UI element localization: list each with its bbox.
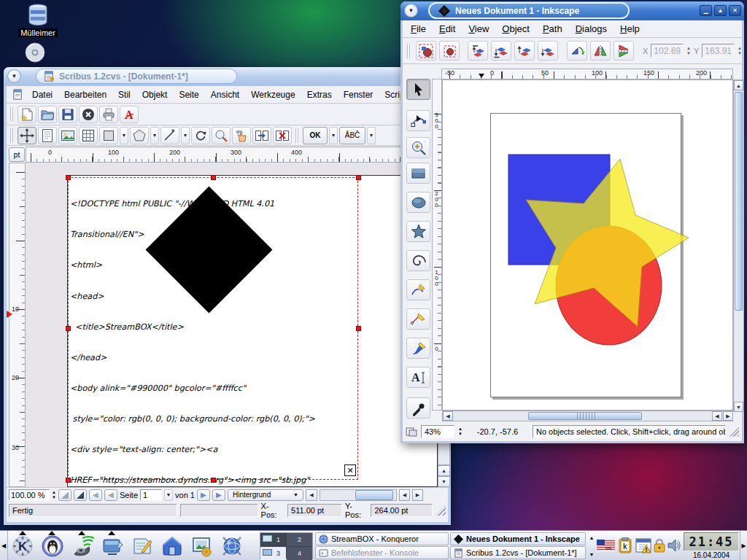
- zoom-input[interactable]: 100.00 %: [9, 489, 50, 501]
- dropper-tool[interactable]: [406, 397, 430, 419]
- ok-style-dropdown[interactable]: ▼: [329, 127, 338, 144]
- scribus-horizontal-ruler[interactable]: 0 100 200 300 400: [26, 147, 438, 163]
- close-button[interactable]: ✕: [729, 5, 741, 16]
- frame-handle[interactable]: [66, 175, 71, 180]
- scribus-hscrollbar[interactable]: [320, 489, 397, 501]
- frame-handle[interactable]: [356, 326, 361, 331]
- frame-handle[interactable]: [66, 478, 71, 483]
- text-tool[interactable]: A: [406, 367, 430, 388]
- scroll-down-button[interactable]: ▼: [734, 402, 743, 412]
- select-all-button[interactable]: [416, 41, 436, 61]
- menu-datei[interactable]: Datei: [26, 89, 58, 101]
- select-touch-button[interactable]: [439, 41, 460, 61]
- frame-handle[interactable]: [211, 478, 216, 483]
- raise-top-button[interactable]: [468, 41, 488, 61]
- toolbar-grip[interactable]: [295, 128, 299, 143]
- volume-tray-icon[interactable]: [667, 538, 681, 553]
- rotate-item-button[interactable]: [191, 127, 210, 144]
- menu-werkzeuge[interactable]: Werkzeuge: [245, 89, 301, 101]
- kmix-button[interactable]: [71, 534, 94, 558]
- save-button[interactable]: [58, 106, 77, 123]
- menu-seite[interactable]: Seite: [173, 89, 204, 101]
- insert-shape-button[interactable]: [99, 127, 118, 144]
- scroll-left-button[interactable]: ◀: [443, 411, 453, 421]
- scribus-window-menu-button[interactable]: ▼: [7, 69, 21, 83]
- resize-grip[interactable]: [729, 427, 739, 437]
- panel-hide-left-button[interactable]: ◀: [0, 531, 8, 560]
- preview-high-button[interactable]: [74, 489, 87, 501]
- insert-line-button[interactable]: [160, 127, 179, 144]
- calligraphy-tool[interactable]: [406, 338, 430, 359]
- organizer-tray-icon[interactable]: [635, 537, 651, 553]
- move-item-button[interactable]: [18, 127, 36, 144]
- inkscape-window-menu-button[interactable]: ▼: [404, 4, 418, 18]
- scroll-up-button[interactable]: ▲: [438, 465, 450, 476]
- hscroll-left2-button[interactable]: ◀: [399, 489, 410, 501]
- link-text-frames-button[interactable]: [252, 127, 271, 144]
- kmenu-button[interactable]: K: [11, 534, 34, 558]
- scroll-right-button[interactable]: ▶: [723, 411, 733, 421]
- lower-button[interactable]: [538, 41, 558, 61]
- taskbar-window-inkscape[interactable]: Neues Dokument 1 - Inkscape: [450, 532, 586, 545]
- zoom-button[interactable]: [212, 127, 231, 144]
- toolbar-grip[interactable]: [407, 44, 411, 58]
- line-dropdown[interactable]: ▼: [181, 127, 190, 144]
- pager-desktop-2[interactable]: 2: [287, 533, 312, 546]
- insert-table-button[interactable]: [79, 127, 98, 144]
- menu-view[interactable]: View: [462, 23, 495, 35]
- shape-dropdown[interactable]: ▼: [120, 127, 128, 144]
- desktop-icon-cdrom[interactable]: [23, 41, 47, 64]
- keyboard-layout-indicator[interactable]: us: [597, 540, 615, 551]
- desktop-icon-label[interactable]: Mülleimer: [18, 28, 58, 37]
- pager-desktop-3[interactable]: 3: [260, 547, 286, 560]
- klipper-tray-icon[interactable]: k: [618, 537, 632, 553]
- show-desktop-button[interactable]: [101, 534, 124, 558]
- pager-desktop-1[interactable]: 1: [260, 533, 286, 546]
- spellcheck-button[interactable]: ÅBĈ: [339, 127, 365, 144]
- prev-page-button[interactable]: ◀: [104, 489, 117, 501]
- star-tool[interactable]: [406, 221, 430, 242]
- scroll-up-button[interactable]: ▲: [734, 80, 743, 90]
- unlink-text-frames-button[interactable]: [273, 127, 292, 144]
- insert-text-frame-button[interactable]: [38, 127, 57, 144]
- inkscape-vertical-ruler[interactable]: 300 200 100 0: [432, 79, 442, 411]
- toolbar-grip[interactable]: [10, 107, 14, 122]
- x-spinner[interactable]: ▲▼: [686, 46, 691, 56]
- polygon-dropdown[interactable]: ▼: [150, 127, 159, 144]
- scribus-canvas[interactable]: <!DOCTYPE html PUBLIC "-//W3C//DTD HTML …: [26, 163, 438, 487]
- insert-polygon-button[interactable]: [130, 127, 149, 144]
- first-page-button[interactable]: ◀: [89, 489, 102, 501]
- hscroll-left-button[interactable]: ◀: [306, 489, 317, 501]
- new-document-button[interactable]: [18, 106, 36, 123]
- flip-vertical-button[interactable]: [614, 41, 634, 61]
- scribus-vertical-ruler[interactable]: 10 20 30 40: [9, 163, 26, 487]
- ok-style-button[interactable]: OK: [303, 127, 328, 144]
- menu-stil[interactable]: Stil: [112, 89, 136, 101]
- print-button[interactable]: [99, 106, 118, 123]
- home-button[interactable]: [160, 534, 184, 558]
- spellcheck-dropdown[interactable]: ▼: [367, 127, 376, 144]
- taskbar-window-scribus[interactable]: Scribus 1.2cvs - [Dokument-1*]: [450, 546, 586, 559]
- menu-help[interactable]: Help: [614, 23, 646, 35]
- zoom-input[interactable]: 43%: [421, 425, 454, 438]
- inkscape-titlebar[interactable]: ▼ Neues Dokument 1 - Inkscape ▁ ▲ ✕: [400, 1, 744, 20]
- lower-bottom-button[interactable]: [491, 41, 511, 61]
- hscroll-thumb[interactable]: [355, 490, 393, 500]
- inkscape-horizontal-ruler[interactable]: -50 0 50 100 150 200 250: [441, 69, 733, 79]
- web-browser-button[interactable]: [220, 534, 244, 558]
- menu-dialogs[interactable]: Dialogs: [569, 23, 614, 35]
- resize-grip[interactable]: [436, 505, 446, 516]
- inkscape-vscrollbar[interactable]: ▲ ▼: [733, 79, 744, 411]
- page-number-dropdown[interactable]: ▼: [164, 489, 173, 501]
- menu-path[interactable]: Path: [536, 23, 569, 35]
- scroll-down-button[interactable]: ▼: [438, 476, 450, 487]
- taskbar-window-konqueror[interactable]: StreamBOX - Konqueror: [315, 532, 449, 545]
- menu-fenster[interactable]: Fenster: [338, 89, 379, 101]
- menu-object[interactable]: Object: [495, 23, 536, 35]
- taskbar-window-konsole[interactable]: Befehlsfenster - Konsole: [315, 546, 449, 559]
- open-button[interactable]: [38, 106, 57, 123]
- menu-bearbeiten[interactable]: Bearbeiten: [58, 89, 112, 101]
- frame-handle[interactable]: [356, 175, 361, 180]
- ellipse-tool[interactable]: [406, 192, 430, 213]
- pencil-tool[interactable]: [406, 279, 430, 300]
